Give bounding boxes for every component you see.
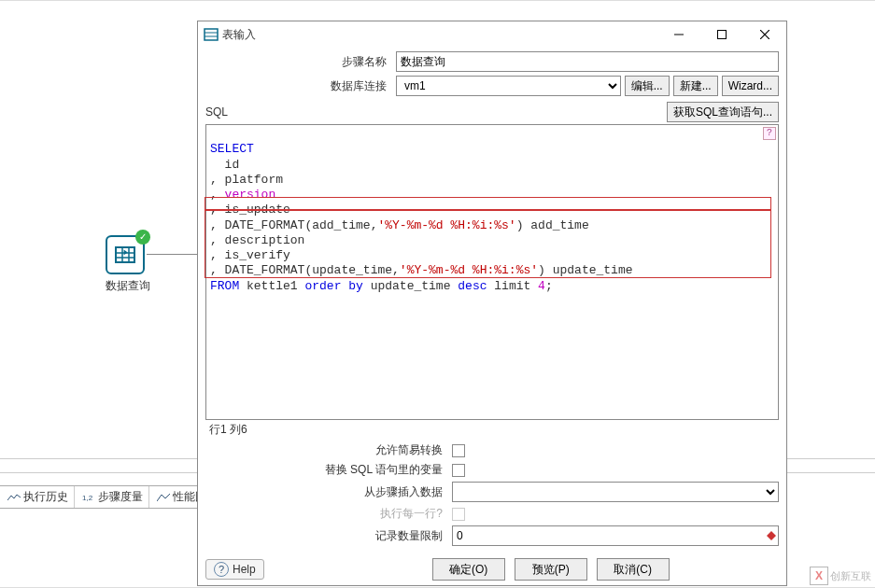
table-input-icon: ✓ bbox=[106, 235, 145, 274]
step-name-input[interactable] bbox=[396, 51, 779, 72]
variable-icon[interactable] bbox=[766, 530, 777, 541]
table-input-dialog: 表输入 步骤名称 数据库连接 vm1 编辑... 新建... Wizard...… bbox=[197, 21, 787, 586]
step-label: 数据查询 bbox=[106, 278, 150, 294]
svg-rect-0 bbox=[116, 247, 134, 262]
minimize-button[interactable] bbox=[657, 21, 700, 48]
watermark: X 创新互联 bbox=[810, 567, 871, 585]
from-step-label: 从步骤插入数据 bbox=[205, 484, 448, 500]
allow-lazy-checkbox[interactable] bbox=[452, 444, 465, 457]
replace-vars-label: 替换 SQL 语句里的变量 bbox=[205, 462, 448, 478]
table-input-icon bbox=[204, 27, 219, 42]
button-bar: ? Help 确定(O) 预览(P) 取消(C) bbox=[198, 553, 786, 585]
replace-vars-checkbox[interactable] bbox=[452, 464, 465, 477]
watermark-logo-icon: X bbox=[810, 567, 828, 585]
edit-conn-button[interactable]: 编辑... bbox=[625, 76, 670, 96]
tab-metrics[interactable]: 1,2步骤度量 bbox=[77, 486, 149, 508]
annotation-box bbox=[205, 197, 771, 210]
preview-button[interactable]: 预览(P) bbox=[515, 558, 587, 581]
tab-history[interactable]: 执行历史 bbox=[2, 486, 75, 508]
sql-label: SQL bbox=[205, 105, 228, 119]
maximize-button[interactable] bbox=[700, 21, 743, 48]
allow-lazy-label: 允许简易转换 bbox=[205, 442, 448, 458]
svg-rect-6 bbox=[205, 29, 218, 40]
bottom-tabs: 执行历史 1,2步骤度量 性能图 bbox=[0, 485, 213, 509]
limit-input[interactable] bbox=[452, 525, 779, 546]
help-button[interactable]: ? Help bbox=[205, 559, 264, 580]
db-conn-label: 数据库连接 bbox=[205, 78, 392, 94]
get-sql-button[interactable]: 获取SQL查询语句... bbox=[667, 102, 779, 122]
db-conn-select[interactable]: vm1 bbox=[396, 76, 621, 96]
dialog-title: 表输入 bbox=[222, 27, 256, 43]
editor-help-icon[interactable]: ? bbox=[763, 127, 776, 140]
cancel-button[interactable]: 取消(C) bbox=[597, 558, 670, 581]
titlebar: 表输入 bbox=[198, 21, 786, 48]
exec-each-label: 执行每一行? bbox=[205, 506, 448, 522]
svg-text:1,2: 1,2 bbox=[82, 494, 93, 502]
close-button[interactable] bbox=[743, 21, 786, 48]
step-name-label: 步骤名称 bbox=[205, 54, 392, 70]
from-step-select[interactable] bbox=[452, 482, 779, 502]
hop-connector bbox=[147, 254, 197, 256]
svg-marker-13 bbox=[767, 531, 776, 540]
ok-button[interactable]: 确定(O) bbox=[432, 558, 505, 581]
status-ok-badge: ✓ bbox=[135, 230, 150, 245]
help-icon: ? bbox=[214, 562, 229, 577]
limit-label: 记录数量限制 bbox=[205, 528, 448, 544]
wizard-button[interactable]: Wizard... bbox=[722, 76, 779, 96]
annotation-box bbox=[205, 210, 771, 278]
exec-each-checkbox bbox=[452, 508, 465, 521]
svg-rect-10 bbox=[718, 31, 727, 39]
new-conn-button[interactable]: 新建... bbox=[673, 76, 718, 96]
cursor-position: 行1 列6 bbox=[205, 420, 779, 439]
step-node[interactable]: ✓ 数据查询 bbox=[106, 235, 150, 294]
